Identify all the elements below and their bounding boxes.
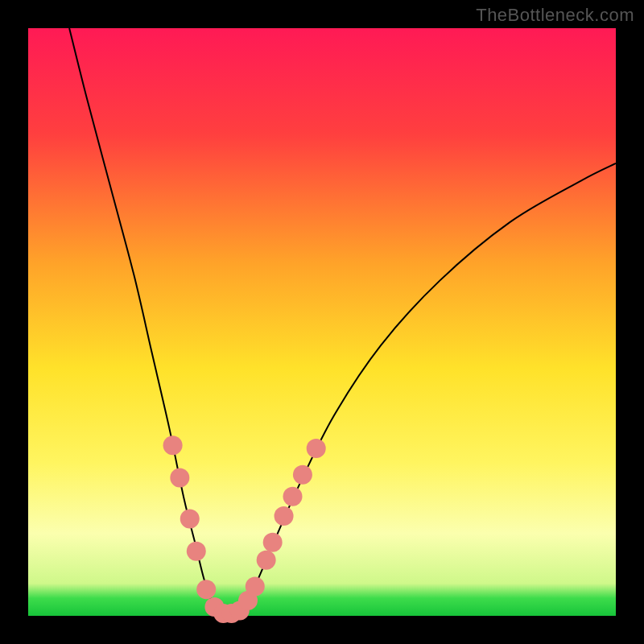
curve-marker [283,487,303,506]
curve-marker [170,468,189,487]
curve-marker [163,436,183,455]
watermark-label: TheBottleneck.com [476,5,634,26]
curve-marker [263,533,283,552]
curve-marker [293,465,312,485]
curve-marker [257,551,276,570]
curve-marker [180,510,200,529]
curve-marker [187,542,206,561]
curve-marker [246,577,265,597]
bottleneck-chart [0,0,644,644]
plot-background [28,28,616,616]
curve-marker [307,439,326,458]
curve-marker [196,580,216,599]
chart-frame: TheBottleneck.com [0,0,644,644]
curve-marker [275,506,294,526]
